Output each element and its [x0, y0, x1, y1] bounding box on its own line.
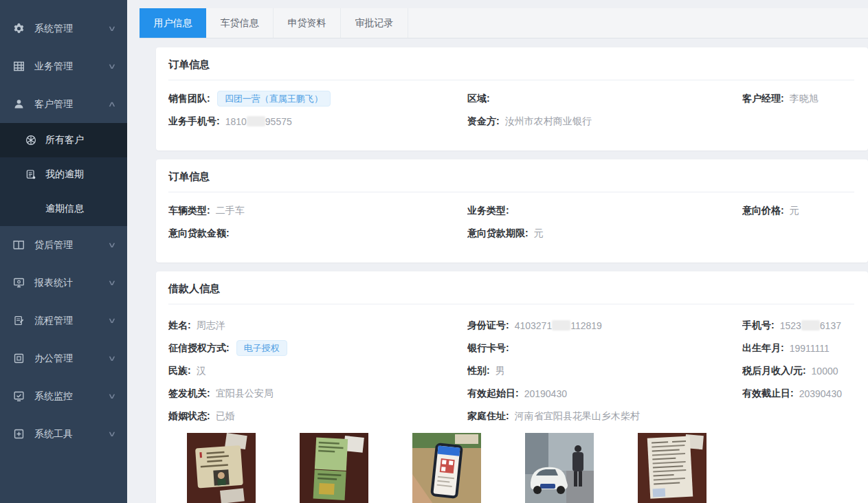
sidebar-item-all-customers[interactable]: 所有客户 — [0, 123, 127, 157]
field-label: 业务手机号: — [168, 115, 220, 128]
sidebar-item-label: 贷后管理 — [34, 239, 73, 252]
field-label: 客户经理: — [742, 93, 784, 105]
field-label: 税后月收入/元: — [742, 365, 806, 377]
field-vehicle-type: 车辆类型: 二手车 — [168, 199, 467, 222]
sidebar-item-system-mgmt[interactable]: 系统管理 ∨ — [0, 10, 127, 47]
field-empty — [742, 405, 854, 427]
field-value: 元 — [534, 227, 544, 240]
id-card-photo[interactable] — [187, 433, 256, 503]
sidebar-item-report-stats[interactable]: 报表统计 ∨ — [0, 264, 127, 302]
field-value: 宜阳县公安局 — [216, 388, 274, 400]
photo-gallery: 本人照 — [187, 433, 854, 503]
sidebar-item-system-tools[interactable]: 系统工具 ∨ — [0, 415, 127, 453]
order-info-card-2: 订单信息 车辆类型: 二手车 业务类型: 意向价格: 元 — [156, 159, 868, 262]
field-value: 二手车 — [216, 205, 245, 217]
field-home-address: 家庭住址: 河南省宜阳县花果山乡木柴村 — [467, 405, 742, 427]
sidebar-item-system-monitor[interactable]: 系统监控 ∨ — [0, 377, 127, 415]
order-info-card-1: 订单信息 销售团队: 四团一营（直属王鹏飞） 区域: 客户经理: 李晓旭 — [156, 47, 868, 150]
car-person-photo[interactable] — [525, 433, 594, 503]
field-value: 20390430 — [799, 388, 842, 399]
customer-mgmt-submenu: 所有客户 我的逾期 逾期信息 — [0, 123, 127, 226]
tab-loan-application-docs[interactable]: 申贷资料 — [274, 8, 341, 38]
photo-item: 授权截图 — [412, 433, 481, 503]
field-value: 15236137 — [780, 320, 841, 331]
sidebar-item-my-overdue[interactable]: 我的逾期 — [0, 157, 127, 192]
field-birth-date: 出生年月: 19911111 — [742, 337, 854, 359]
field-label: 资金方: — [467, 115, 500, 128]
field-value: 河南省宜阳县花果山乡木柴村 — [515, 410, 640, 423]
field-customer-manager: 客户经理: 李晓旭 — [742, 87, 854, 110]
field-label: 手机号: — [742, 320, 775, 332]
chevron-down-icon: ∨ — [108, 392, 117, 401]
field-value: 181095575 — [225, 116, 292, 127]
app-window: 系统管理 ∨ 业务管理 ∨ 客户管理 ∧ 所有客户 — [0, 0, 868, 503]
chevron-down-icon: ∨ — [108, 354, 117, 363]
field-label: 意向价格: — [742, 205, 784, 217]
ledger-icon — [25, 169, 36, 180]
field-label: 意向贷款金额: — [168, 227, 230, 240]
field-intent-price: 意向价格: 元 — [742, 199, 854, 222]
tab-user-info[interactable]: 用户信息 — [140, 8, 206, 38]
divider — [168, 304, 854, 304]
sidebar-item-business-mgmt[interactable]: 业务管理 ∨ — [0, 47, 127, 85]
green-book-photo[interactable] — [300, 433, 368, 503]
photo-item: 本人照 — [187, 433, 256, 503]
chevron-down-icon: ∨ — [108, 62, 117, 71]
field-label: 意向贷款期限: — [467, 227, 528, 240]
borrower-info-card: 借款人信息 姓名: 周志洋 身份证号: 4103271112819 手机号: — [156, 271, 868, 503]
field-value: 10000 — [812, 366, 838, 377]
field-valid-to: 有效截止日: 20390430 — [742, 382, 854, 405]
chevron-down-icon: ∨ — [108, 24, 117, 33]
field-value: 20190430 — [524, 388, 567, 399]
phone-auth-photo[interactable] — [412, 433, 481, 503]
sidebar-item-label: 我的逾期 — [45, 168, 84, 181]
monitor-check-icon — [13, 390, 25, 402]
sidebar-item-office-mgmt[interactable]: 办公管理 ∨ — [0, 339, 127, 377]
customers-icon — [25, 135, 36, 146]
divider — [168, 192, 854, 192]
sidebar-item-postloan-mgmt[interactable]: 贷后管理 ∨ — [0, 226, 127, 264]
field-value: 4103271112819 — [515, 320, 602, 331]
chevron-down-icon: ∨ — [108, 429, 117, 438]
photo-item: 其他材料 — [638, 433, 706, 503]
field-marital-status: 婚姻状态: 已婚 — [168, 405, 467, 427]
sidebar-item-customer-mgmt[interactable]: 客户管理 ∧ — [0, 85, 127, 123]
field-value: 周志洋 — [197, 320, 225, 332]
sidebar-item-label: 所有客户 — [45, 134, 84, 146]
field-issuing-authority: 签发机关: 宜阳县公安局 — [168, 382, 467, 405]
tab-approval-records[interactable]: 审批记录 — [341, 8, 408, 38]
user-icon — [13, 98, 25, 110]
field-label: 婚姻状态: — [168, 410, 210, 423]
field-name: 姓名: 周志洋 — [168, 314, 467, 337]
redacted-digits — [801, 320, 820, 331]
sales-team-tag: 四团一营（直属王鹏飞） — [217, 91, 331, 107]
field-label: 车辆类型: — [168, 205, 210, 217]
field-label: 银行卡号: — [467, 342, 509, 355]
tab-car-loan-info[interactable]: 车贷信息 — [206, 8, 274, 38]
field-label: 性别: — [467, 365, 490, 377]
field-value: 李晓旭 — [790, 93, 819, 105]
field-label: 区域: — [467, 93, 490, 105]
field-ethnicity: 民族: 汉 — [168, 359, 467, 382]
photo-item: 绿本照片 — [300, 433, 368, 503]
card-title: 订单信息 — [168, 58, 854, 71]
sidebar-item-label: 业务管理 — [34, 60, 73, 73]
field-funder: 资金方: 汝州市农村商业银行 — [467, 110, 742, 133]
sidebar-item-label: 流程管理 — [34, 315, 73, 327]
sidebar-item-label: 办公管理 — [34, 353, 73, 365]
card-title: 借款人信息 — [168, 282, 854, 295]
field-intent-loan-term: 意向贷款期限: 元 — [467, 222, 742, 245]
field-mobile: 手机号: 15236137 — [742, 314, 854, 337]
document-photo[interactable] — [638, 433, 706, 503]
sidebar-item-process-mgmt[interactable]: 流程管理 ∨ — [0, 302, 127, 339]
sidebar-item-overdue-info[interactable]: 逾期信息 — [0, 192, 127, 226]
field-sales-team: 销售团队: 四团一营（直属王鹏飞） — [168, 87, 467, 110]
chevron-up-icon: ∧ — [108, 100, 117, 109]
field-label: 有效截止日: — [742, 388, 794, 400]
field-label: 姓名: — [168, 320, 191, 332]
field-label: 征信授权方式: — [168, 342, 230, 355]
field-empty — [742, 222, 854, 245]
sidebar-item-label: 逾期信息 — [45, 203, 84, 215]
photo-item: 本人照 — [525, 433, 594, 503]
redacted-digits — [552, 320, 570, 331]
